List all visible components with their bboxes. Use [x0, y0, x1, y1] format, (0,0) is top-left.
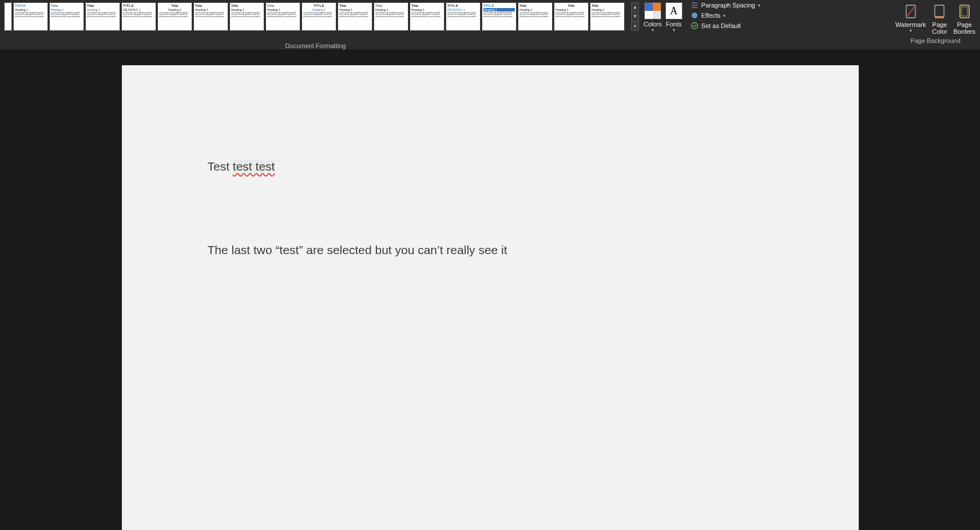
page-color-button[interactable]: Page Color	[931, 2, 947, 35]
style-set-card[interactable]: TitleHeading 1On the Insert tab, the gal…	[193, 2, 228, 31]
style-set-card[interactable]: TitleHeading 1On the Insert tab, the gal…	[338, 2, 372, 31]
style-set-card[interactable]: TitleHeading 1On the Insert tab, the gal…	[85, 2, 120, 31]
style-set-card[interactable]: TitleHeading 1On the Insert tab, the gal…	[410, 2, 445, 31]
fonts-button[interactable]: A Fonts ▾	[665, 2, 683, 33]
chevron-down-icon: ▾	[723, 13, 725, 18]
page-borders-icon	[957, 3, 973, 19]
effects-button[interactable]: Effects ▾	[691, 11, 760, 19]
style-set-card[interactable]: TitleHeading 1On the Insert tab, the gal…	[518, 2, 553, 31]
svg-point-1	[691, 23, 697, 29]
style-set-card[interactable]: TitleHeading 1On the Insert tab, the gal…	[157, 2, 192, 31]
check-circle-icon	[691, 22, 699, 30]
gallery-scroll-down[interactable]: ▼	[632, 12, 638, 21]
style-set-card[interactable]: TITLEHeading 1On the Insert tab, the gal…	[13, 2, 48, 31]
svg-rect-4	[935, 17, 944, 18]
paragraph-spacing-icon	[691, 1, 699, 9]
style-set-card[interactable]: TitleHeading 1On the Insert tab, the gal…	[229, 2, 264, 31]
colors-fonts-group: Colors ▾ A Fonts ▾	[639, 0, 687, 50]
page-color-icon	[931, 3, 947, 19]
style-set-card[interactable]: TitleHeading 1On the Insert tab, the gal…	[374, 2, 408, 31]
style-set-card[interactable]: TitleHeading 1On the Insert tab, the gal…	[265, 2, 300, 31]
chevron-down-icon: ▾	[758, 3, 760, 8]
style-set-card[interactable]: TITLEHeading 1On the Insert tab, the gal…	[301, 2, 336, 31]
svg-point-0	[692, 13, 697, 18]
gallery-expand[interactable]: ▾	[632, 22, 638, 30]
chevron-down-icon: ▾	[673, 27, 675, 33]
style-set-gallery: TITLEHeading 1On the Insert tab, the gal…	[4, 0, 627, 40]
ribbon: TITLEHeading 1On the Insert tab, the gal…	[0, 0, 980, 50]
svg-rect-3	[935, 5, 944, 17]
style-set-card[interactable]: TITLEHEADING 1On the Insert tab, the gal…	[446, 2, 481, 31]
gallery-scroll-up[interactable]: ▲	[632, 3, 638, 12]
chevron-down-icon: ▾	[910, 28, 912, 33]
set-as-default-button[interactable]: Set as Default	[691, 22, 760, 30]
paragraph-spacing-button[interactable]: Paragraph Spacing ▾	[691, 1, 760, 9]
page-borders-button[interactable]: Page Borders	[953, 2, 975, 35]
colors-button[interactable]: Colors ▾	[644, 2, 662, 33]
style-set-card[interactable]: TitleHeading 1On the Insert tab, the gal…	[590, 2, 625, 31]
colors-icon	[644, 2, 661, 19]
effects-icon	[691, 11, 699, 19]
watermark-button[interactable]: Watermark ▾	[895, 2, 926, 35]
chevron-down-icon: ▾	[652, 27, 654, 33]
style-set-card[interactable]	[4, 2, 12, 31]
paragraph-2[interactable]: The last two “test” are selected but you…	[208, 243, 773, 257]
document-formatting-group: TITLEHeading 1On the Insert tab, the gal…	[0, 0, 631, 49]
svg-rect-6	[962, 7, 967, 16]
document-formatting-label: Document Formatting	[285, 42, 346, 49]
page[interactable]: Test test test The last two “test” are s…	[122, 65, 859, 530]
page-background-label: Page Background	[910, 37, 960, 44]
fonts-icon: A	[665, 2, 683, 19]
text-selected[interactable]: test test	[233, 160, 275, 173]
style-set-card[interactable]: TitleHeading 1On the Insert tab, the gal…	[49, 2, 84, 31]
paragraph-1[interactable]: Test test test	[208, 160, 773, 173]
watermark-icon	[903, 3, 919, 19]
gallery-scroll: ▲ ▼ ▾	[631, 2, 639, 31]
document-area[interactable]: Test test test The last two “test” are s…	[0, 50, 980, 530]
style-set-card[interactable]: TITLEHEADING 1On the Insert tab, the gal…	[121, 2, 156, 31]
style-set-card[interactable]: TITLEHeading 1On the Insert tab, the gal…	[482, 2, 517, 31]
formatting-options: Paragraph Spacing ▾ Effects ▾ Set as Def…	[687, 0, 764, 31]
page-background-group: Watermark ▾ Page Color Page Borders Page…	[891, 0, 980, 50]
text-unselected[interactable]: Test	[208, 160, 233, 173]
style-set-card[interactable]: TitleHeading 1On the Insert tab, the gal…	[554, 2, 589, 31]
